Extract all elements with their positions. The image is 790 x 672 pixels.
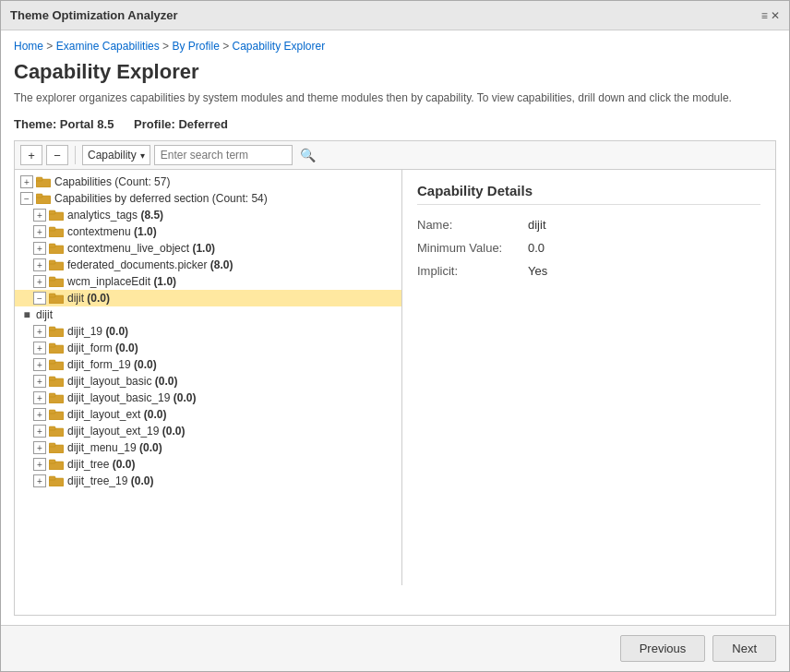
folder-icon — [49, 226, 64, 237]
expand-icon[interactable]: + — [33, 425, 46, 438]
tree-label: dijit_tree_19 (0.0) — [67, 474, 398, 487]
previous-button[interactable]: Previous — [620, 635, 706, 662]
breadcrumb: Home > Examine Capabilities > By Profile… — [14, 40, 776, 53]
folder-icon — [49, 293, 64, 304]
window-controls[interactable]: ≡ ✕ — [761, 9, 780, 22]
expand-icon[interactable]: + — [33, 474, 46, 487]
expand-icon[interactable]: − — [20, 192, 33, 205]
tree-item-dijit-menu-19[interactable]: + dijit_menu_19 (0.0) — [15, 439, 401, 456]
folder-icon — [49, 259, 64, 270]
next-button[interactable]: Next — [712, 635, 776, 662]
tree-label: dijit_19 (0.0) — [67, 325, 398, 338]
detail-value-min-value: 0.0 — [528, 241, 545, 255]
folder-icon — [49, 409, 64, 420]
folder-icon — [49, 210, 64, 221]
tree-label: dijit_form (0.0) — [67, 342, 398, 354]
detail-value-implicit: Yes — [528, 264, 547, 278]
tree-item-dijit-leaf[interactable]: ■ dijit — [15, 306, 401, 323]
tree-label: federated_documents.picker (8.0) — [67, 258, 398, 271]
tree-item-analytics-tags[interactable]: + analytics_tags (8.5) — [15, 207, 401, 223]
expand-icon[interactable]: + — [33, 342, 46, 354]
tree-item-contextmenu-live[interactable]: + contextmenu_live_object (1.0) — [15, 240, 401, 257]
page-title: Capability Explorer — [14, 60, 776, 84]
tree-item-contextmenu[interactable]: + contextmenu (1.0) — [15, 223, 401, 240]
breadcrumb-examine[interactable]: Examine Capabilities — [56, 40, 160, 53]
svg-rect-19 — [49, 343, 55, 347]
expand-icon[interactable]: + — [33, 325, 46, 338]
chevron-down-icon: ▾ — [140, 150, 145, 161]
expand-icon[interactable]: + — [33, 358, 46, 371]
tree-item-dijit-tree-19[interactable]: + dijit_tree_19 (0.0) — [15, 473, 401, 489]
folder-icon — [49, 326, 64, 337]
details-title: Capability Details — [417, 183, 760, 205]
tree-item-federated-docs[interactable]: + federated_documents.picker (8.0) — [15, 257, 401, 273]
tree-item-dijit-19[interactable]: + dijit_19 (0.0) — [15, 323, 401, 340]
svg-rect-23 — [49, 377, 55, 380]
tree-item-dijit[interactable]: − dijit (0.0) — [15, 290, 401, 306]
expand-icon[interactable]: + — [33, 225, 46, 238]
profile-label: Profile: — [134, 117, 175, 131]
search-input[interactable] — [154, 145, 293, 165]
window-title: Theme Optimization Analyzer — [10, 8, 178, 22]
folder-icon — [49, 243, 64, 254]
content-area: Home > Examine Capabilities > By Profile… — [1, 30, 789, 625]
tree-label: dijit_tree (0.0) — [67, 458, 398, 471]
tree-item-capabilities-deferred[interactable]: − Capabilities by deferred section (Coun… — [15, 190, 401, 207]
svg-rect-13 — [49, 277, 55, 281]
tree-item-dijit-layout-basic[interactable]: + dijit_layout_basic (0.0) — [15, 373, 401, 390]
toolbar: + − Capability ▾ 🔍 — [14, 140, 776, 170]
tree-label: dijit_layout_basic (0.0) — [67, 375, 398, 388]
detail-value-name: dijit — [528, 218, 546, 232]
svg-rect-33 — [49, 460, 55, 463]
expand-icon[interactable]: + — [20, 175, 33, 188]
capability-dropdown[interactable]: Capability ▾ — [82, 145, 150, 165]
theme-label: Theme: — [14, 117, 56, 131]
expand-icon[interactable]: + — [33, 408, 46, 421]
tree-item-dijit-layout-ext-19[interactable]: + dijit_layout_ext_19 (0.0) — [15, 423, 401, 439]
tree-item-dijit-layout-ext[interactable]: + dijit_layout_ext (0.0) — [15, 406, 401, 423]
tree-panel[interactable]: + Capabilities (Count: 57) − — [15, 170, 402, 585]
folder-icon — [36, 193, 51, 204]
expand-icon[interactable]: + — [33, 441, 46, 454]
page-description: The explorer organizes capabilities by s… — [14, 90, 776, 106]
expand-icon[interactable]: + — [33, 209, 46, 222]
tree-item-dijit-layout-basic-19[interactable]: + dijit_layout_basic_19 (0.0) — [15, 390, 401, 406]
svg-rect-27 — [49, 410, 55, 414]
expand-icon[interactable]: + — [33, 275, 46, 288]
breadcrumb-capability-explorer[interactable]: Capability Explorer — [233, 40, 326, 53]
svg-rect-7 — [49, 227, 55, 231]
remove-button[interactable]: − — [46, 145, 68, 165]
tree-label: dijit_layout_basic_19 (0.0) — [67, 391, 398, 404]
tree-label: dijit — [36, 308, 398, 321]
profile-value: Deferred — [178, 117, 227, 131]
svg-rect-9 — [49, 244, 55, 247]
expand-icon[interactable]: + — [33, 258, 46, 271]
expand-icon[interactable]: − — [33, 292, 46, 305]
search-button[interactable]: 🔍 — [296, 148, 319, 162]
svg-rect-1 — [36, 177, 42, 181]
tree-label: contextmenu_live_object (1.0) — [67, 242, 398, 255]
tree-item-capabilities-root[interactable]: + Capabilities (Count: 57) — [15, 174, 401, 190]
tree-label: analytics_tags (8.5) — [67, 209, 398, 222]
tree-label: dijit_layout_ext_19 (0.0) — [67, 425, 398, 438]
breadcrumb-by-profile[interactable]: By Profile — [172, 40, 219, 53]
tree-item-wcm-inplace[interactable]: + wcm_inplaceEdit (1.0) — [15, 273, 401, 290]
add-button[interactable]: + — [20, 145, 42, 165]
tree-item-dijit-tree[interactable]: + dijit_tree (0.0) — [15, 456, 401, 473]
tree-item-dijit-form-19[interactable]: + dijit_form_19 (0.0) — [15, 356, 401, 373]
svg-rect-3 — [36, 194, 42, 198]
expand-icon[interactable]: + — [33, 375, 46, 388]
svg-rect-29 — [49, 426, 55, 430]
breadcrumb-home[interactable]: Home — [14, 40, 43, 53]
expand-icon[interactable]: + — [33, 242, 46, 255]
expand-icon[interactable]: + — [33, 391, 46, 404]
main-panels: + Capabilities (Count: 57) − — [14, 170, 776, 616]
dropdown-label: Capability — [88, 149, 137, 162]
tree-item-dijit-form[interactable]: + dijit_form (0.0) — [15, 340, 401, 356]
meta-row: Theme: Portal 8.5 Profile: Deferred — [14, 117, 776, 131]
tree-panel-inner: + Capabilities (Count: 57) − — [15, 170, 401, 493]
tree-label: dijit_menu_19 (0.0) — [67, 441, 398, 454]
expand-icon[interactable]: + — [33, 458, 46, 471]
folder-icon — [49, 376, 64, 387]
footer: Previous Next — [1, 625, 789, 671]
